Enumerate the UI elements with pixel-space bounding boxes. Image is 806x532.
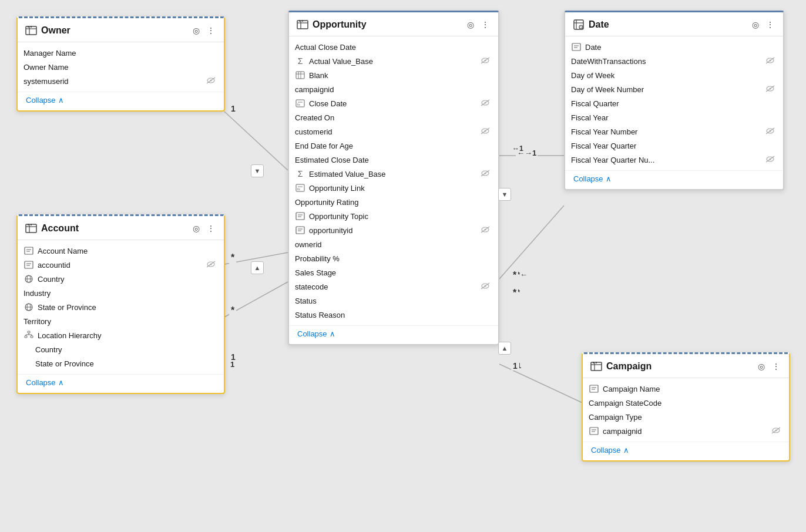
- svg-rect-37: [297, 21, 308, 29]
- svg-point-23: [210, 263, 212, 265]
- field-sub-country: Country: [18, 342, 224, 356]
- date-visible-btn[interactable]: ◎: [750, 19, 761, 30]
- opportunity-fields: Actual Close Date Σ Actual Value_Base Bl…: [289, 36, 498, 325]
- rel-label-account-star-1: *: [229, 252, 236, 263]
- date-with-trans-hidden-icon: [765, 57, 775, 66]
- date-title: Date: [589, 19, 747, 30]
- campaign-id-hidden-icon: [771, 427, 781, 436]
- sigma-icon-1: Σ: [295, 56, 305, 66]
- date-collapse-btn[interactable]: Collapse ∧: [573, 174, 775, 183]
- opportunity-fields-scroll[interactable]: Actual Close Date Σ Actual Value_Base Bl…: [289, 36, 498, 325]
- day-week-num-hidden-icon: [765, 85, 775, 94]
- svg-point-77: [579, 25, 583, 29]
- svg-point-58: [485, 172, 486, 174]
- date-more-btn[interactable]: ⋮: [764, 19, 776, 30]
- date-footer: Collapse ∧: [565, 170, 783, 189]
- svg-point-70: [485, 228, 486, 230]
- svg-text:fx: fx: [297, 103, 300, 106]
- field-opp-campaignid: campaignid: [289, 82, 498, 96]
- svg-point-86: [770, 87, 771, 89]
- campaign-visible-btn[interactable]: ◎: [756, 361, 767, 372]
- svg-point-92: [770, 158, 771, 160]
- svg-line-4: [499, 206, 564, 279]
- field-statecode: statecode: [289, 280, 498, 294]
- owner-footer: Collapse ∧: [18, 92, 224, 110]
- opportunity-card: Opportunity ◎ ⋮ Actual Close Date Σ Actu…: [288, 11, 499, 345]
- field-owner-name: Owner Name: [18, 60, 224, 74]
- connector-owner-opp[interactable]: ▼: [251, 164, 264, 177]
- field-sales-stage: Sales Stage: [289, 265, 498, 280]
- rel-label-account-1: 1: [229, 352, 237, 362]
- field-account-name: Account Name: [18, 244, 224, 258]
- svg-text:fx: fx: [297, 187, 300, 191]
- account-table-icon: [25, 222, 38, 235]
- date-field-icon: [571, 42, 582, 52]
- rel-label-date-star-1: *: [511, 270, 518, 281]
- state-globe-icon: [23, 302, 34, 312]
- campaign-footer: Collapse ∧: [583, 442, 789, 460]
- field-estimated-value-base: Σ Estimated Value_Base: [289, 167, 498, 181]
- fiscal-year-num-hidden-icon: [765, 127, 775, 136]
- field-date-with-transactions: DateWithTransactions: [565, 54, 783, 68]
- svg-point-11: [210, 79, 212, 81]
- owner-card: Owner ◎ ⋮ Manager Name Owner Name system…: [16, 16, 225, 112]
- svg-rect-18: [25, 261, 33, 268]
- field-actual-value-base: Σ Actual Value_Base: [289, 54, 498, 68]
- connector-opp-date[interactable]: ▼: [498, 188, 511, 201]
- accountid-hidden-icon: [206, 261, 216, 270]
- svg-point-104: [775, 429, 777, 431]
- field-day-of-week: Day of Week: [565, 68, 783, 82]
- customerid-hidden-icon: [481, 127, 490, 136]
- svg-rect-30: [28, 331, 30, 333]
- field-location-hierarchy: Location Hierarchy: [18, 328, 224, 342]
- rel-label-date-star-2: *: [511, 288, 518, 298]
- field-fiscal-year-quarter: Fiscal Year Quarter: [565, 139, 783, 153]
- opportunityid-icon: [295, 225, 305, 235]
- field-territory: Territory: [18, 314, 224, 328]
- account-collapse-btn[interactable]: Collapse ∧: [26, 378, 216, 387]
- campaign-more-btn[interactable]: ⋮: [770, 361, 782, 372]
- svg-rect-65: [296, 227, 304, 234]
- account-more-btn[interactable]: ⋮: [205, 223, 217, 234]
- field-accountid: accountid: [18, 258, 224, 272]
- field-state-province: State or Province: [18, 300, 224, 314]
- field-probability: Probability %: [289, 251, 498, 265]
- svg-rect-6: [26, 26, 36, 35]
- campaign-collapse-btn[interactable]: Collapse ∧: [591, 446, 781, 454]
- owner-table-icon: [25, 24, 38, 37]
- owner-header: Owner ◎ ⋮: [18, 18, 224, 42]
- account-name-icon: [23, 245, 34, 256]
- rel-label-date-arrow: ↔1: [511, 144, 525, 153]
- field-systemuserid: systemuserid: [18, 74, 224, 88]
- field-actual-close-date: Actual Close Date: [289, 40, 498, 54]
- svg-rect-32: [31, 336, 33, 338]
- account-visible-btn[interactable]: ◎: [191, 223, 201, 234]
- svg-point-42: [485, 59, 486, 61]
- connector-account-opp-top[interactable]: ▲: [251, 261, 264, 274]
- fiscal-year-qtr-num-hidden-icon: [765, 156, 775, 164]
- date-fields-scroll[interactable]: Date DateWithTransactions Day of Week Da…: [565, 36, 783, 170]
- owner-more-btn[interactable]: ⋮: [205, 25, 217, 36]
- opportunity-more-btn[interactable]: ⋮: [479, 19, 491, 30]
- connector-opp-campaign[interactable]: ▲: [498, 342, 511, 355]
- svg-rect-43: [296, 72, 304, 79]
- svg-point-73: [485, 285, 486, 287]
- field-campaign-type: Campaign Type: [583, 410, 789, 424]
- date-table-icon: [572, 18, 585, 31]
- field-end-date-age: End Date for Age: [289, 139, 498, 153]
- field-opportunity-link: fx Opportunity Link: [289, 181, 498, 195]
- field-blank: Blank: [289, 68, 498, 82]
- svg-rect-93: [591, 362, 602, 371]
- owner-visible-btn[interactable]: ◎: [191, 25, 201, 36]
- field-fiscal-year: Fiscal Year: [565, 110, 783, 124]
- svg-point-52: [485, 102, 486, 103]
- sigma-icon-2: Σ: [295, 169, 305, 179]
- owner-collapse-btn[interactable]: Collapse ∧: [26, 96, 216, 105]
- opportunity-visible-btn[interactable]: ◎: [465, 19, 476, 30]
- opportunity-collapse-btn[interactable]: Collapse ∧: [297, 329, 490, 338]
- date-fields: Date DateWithTransactions Day of Week Da…: [565, 36, 783, 170]
- opportunity-title: Opportunity: [313, 19, 462, 30]
- field-created-on: Created On: [289, 110, 498, 124]
- owner-title: Owner: [41, 25, 187, 36]
- svg-point-83: [770, 59, 771, 61]
